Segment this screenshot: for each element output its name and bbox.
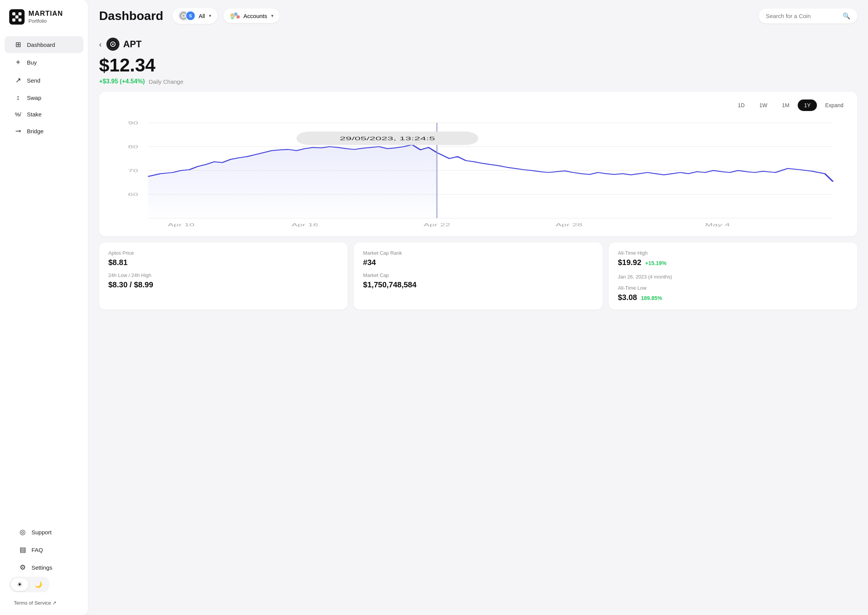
svg-text:90: 90 bbox=[128, 120, 138, 125]
chart-svg: 90 80 70 60 Apr 10 Apr 16 Apr 22 Apr 28 … bbox=[107, 115, 850, 230]
sidebar-item-support[interactable]: ◎ Support bbox=[9, 524, 79, 540]
svg-text:60: 60 bbox=[128, 192, 138, 197]
svg-text:Apr 10: Apr 10 bbox=[168, 222, 195, 227]
sidebar-item-stake[interactable]: %/ Stake bbox=[5, 107, 83, 122]
time-btn-1m[interactable]: 1M bbox=[776, 99, 795, 111]
ath-label: All-Time High bbox=[618, 250, 848, 256]
aptos-price-label: Aptos Price bbox=[108, 250, 338, 256]
logo-text: MARTIAN Portfolio bbox=[28, 10, 63, 24]
time-btn-1d[interactable]: 1D bbox=[732, 99, 751, 111]
faq-icon: ▤ bbox=[18, 545, 27, 554]
accounts-dropdown[interactable]: Accounts ▾ bbox=[224, 8, 280, 23]
nav-section: ⊞ Dashboard + Buy ↗ Send ↕ Swap %/ Stake… bbox=[0, 35, 88, 523]
swap-icon: ↕ bbox=[14, 94, 22, 102]
accounts-chevron-icon: ▾ bbox=[271, 13, 273, 18]
aptos-24h-label: 24h Low / 24h High bbox=[108, 272, 338, 278]
svg-text:May 4: May 4 bbox=[705, 222, 730, 227]
all-chevron-icon: ▾ bbox=[209, 13, 211, 18]
sidebar-item-faq[interactable]: ▤ FAQ bbox=[9, 541, 79, 558]
accounts-icon-svg bbox=[230, 12, 240, 20]
svg-text:29/05/2023, 13:24:5: 29/05/2023, 13:24:5 bbox=[340, 136, 435, 141]
logo-icon bbox=[9, 9, 25, 25]
stat-card-all-time: All-Time High $19.92 +15.19% Jan 26, 202… bbox=[609, 242, 857, 310]
all-dropdown[interactable]: S All ▾ bbox=[172, 8, 217, 24]
search-bar: 🔍 bbox=[759, 8, 857, 23]
dark-mode-button[interactable]: 🌙 bbox=[28, 578, 48, 591]
header: Dashboard S All ▾ bbox=[88, 0, 868, 31]
send-icon: ↗ bbox=[14, 76, 22, 85]
back-button[interactable]: ‹ bbox=[99, 40, 102, 49]
buy-icon: + bbox=[14, 58, 22, 67]
sidebar-item-label: Swap bbox=[27, 94, 41, 101]
accounts-icon bbox=[230, 12, 240, 20]
search-icon: 🔍 bbox=[843, 12, 850, 20]
sidebar-item-label: Support bbox=[31, 529, 52, 535]
svg-rect-3 bbox=[15, 15, 18, 18]
stats-row: Aptos Price $8.81 24h Low / 24h High $8.… bbox=[99, 242, 857, 310]
svg-point-16 bbox=[112, 43, 114, 45]
light-mode-button[interactable]: ☀ bbox=[11, 578, 28, 591]
chart-controls: 1D 1W 1M 1Y Expand bbox=[107, 99, 850, 111]
sidebar-item-label: Stake bbox=[27, 111, 41, 118]
svg-text:80: 80 bbox=[128, 144, 138, 149]
ath-change: +15.19% bbox=[645, 260, 667, 266]
svg-point-12 bbox=[236, 15, 240, 19]
svg-point-13 bbox=[231, 17, 234, 20]
svg-rect-1 bbox=[12, 12, 15, 15]
svg-text:S: S bbox=[189, 13, 192, 18]
market-cap-label: Market Cap bbox=[363, 272, 593, 278]
aptos-price-value: $8.81 bbox=[108, 258, 338, 267]
svg-text:Apr 28: Apr 28 bbox=[556, 222, 583, 227]
apt-logo bbox=[109, 40, 117, 48]
sidebar-item-label: Settings bbox=[31, 564, 52, 571]
search-input[interactable] bbox=[766, 13, 839, 19]
stat-card-aptos-price: Aptos Price $8.81 24h Low / 24h High $8.… bbox=[99, 242, 348, 310]
sidebar-item-send[interactable]: ↗ Send bbox=[5, 72, 83, 89]
settings-icon: ⚙ bbox=[18, 563, 27, 572]
svg-rect-5 bbox=[18, 18, 22, 22]
time-btn-1y[interactable]: 1Y bbox=[798, 99, 817, 111]
sidebar-item-label: Send bbox=[27, 77, 40, 84]
atl-change: 189.85% bbox=[641, 295, 662, 301]
sidebar-item-label: Bridge bbox=[27, 128, 43, 134]
ath-date: Jan 26, 2023 (4 months) bbox=[618, 274, 848, 280]
chart-card: 1D 1W 1M 1Y Expand 90 80 70 bbox=[99, 92, 857, 236]
svg-rect-4 bbox=[12, 18, 15, 22]
coin-symbol: APT bbox=[123, 39, 142, 50]
ath-value: $19.92 bbox=[618, 258, 641, 267]
sidebar-item-dashboard[interactable]: ⊞ Dashboard bbox=[5, 36, 83, 53]
sidebar-item-label: Dashboard bbox=[27, 41, 55, 48]
svg-text:Apr 22: Apr 22 bbox=[424, 222, 451, 227]
sidebar-item-buy[interactable]: + Buy bbox=[5, 54, 83, 71]
price-change-label: Daily Change bbox=[149, 78, 183, 85]
market-cap-rank-value: #34 bbox=[363, 258, 593, 267]
atl-label: All-Time Low bbox=[618, 285, 848, 291]
sidebar-bottom: ◎ Support ▤ FAQ ⚙ Settings ☀ 🌙 Terms of … bbox=[0, 523, 88, 609]
apt-icon bbox=[106, 38, 119, 51]
main-area: Dashboard S All ▾ bbox=[88, 0, 868, 615]
accounts-dropdown-label: Accounts bbox=[244, 13, 267, 19]
svg-text:Apr 16: Apr 16 bbox=[292, 222, 318, 227]
all-dropdown-label: All bbox=[199, 13, 205, 19]
content-area: ‹ APT $12.34 +$3.95 (+4.54%) Daily Chang… bbox=[88, 31, 868, 615]
sidebar-item-swap[interactable]: ↕ Swap bbox=[5, 90, 83, 106]
sidebar-item-settings[interactable]: ⚙ Settings bbox=[9, 559, 79, 576]
svg-text:70: 70 bbox=[128, 168, 138, 173]
time-btn-1w[interactable]: 1W bbox=[753, 99, 774, 111]
expand-button[interactable]: Expand bbox=[819, 99, 850, 111]
brand-name: MARTIAN bbox=[28, 10, 63, 18]
all-icon: S bbox=[179, 11, 195, 21]
sidebar-item-bridge[interactable]: ⊸ Bridge bbox=[5, 123, 83, 139]
price-change-row: +$3.95 (+4.54%) Daily Change bbox=[99, 78, 857, 85]
theme-toggle: ☀ 🌙 bbox=[9, 577, 50, 592]
bridge-icon: ⊸ bbox=[14, 127, 22, 135]
stat-card-market-cap: Market Cap Rank #34 Market Cap $1,750,74… bbox=[354, 242, 602, 310]
sidebar: MARTIAN Portfolio ⊞ Dashboard + Buy ↗ Se… bbox=[0, 0, 88, 615]
coin-price: $12.34 bbox=[99, 55, 857, 76]
brand-sub: Portfolio bbox=[28, 18, 63, 24]
s-coin-icon: S bbox=[186, 11, 195, 21]
tos-link[interactable]: Terms of Service ↗ bbox=[5, 597, 83, 609]
sidebar-item-label: FAQ bbox=[31, 547, 43, 553]
support-icon: ◎ bbox=[18, 528, 27, 536]
atl-value: $3.08 bbox=[618, 293, 637, 302]
